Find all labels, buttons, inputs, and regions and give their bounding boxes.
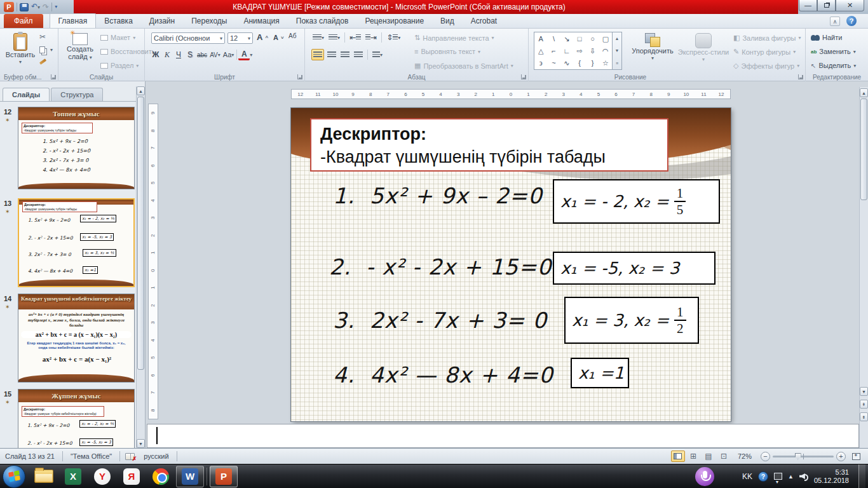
change-case-button[interactable]: Аа▾	[222, 49, 236, 60]
text-shadow-button[interactable]: S	[184, 49, 196, 60]
shapes-gallery-scrollbar[interactable]: ▲ ▼ ≡	[613, 32, 622, 70]
taskbar-explorer-button[interactable]	[30, 466, 58, 487]
main-scrollbar[interactable]: ▲ ▼ ⇞ ⇟	[859, 87, 868, 448]
scroll-up-icon[interactable]: ▲	[860, 88, 868, 97]
redo-button[interactable]: ↷	[43, 1, 49, 13]
section-button[interactable]: Раздел▾	[100, 62, 139, 69]
taskbar-powerpoint-button[interactable]: P	[210, 466, 238, 487]
scroll-down-icon[interactable]: ▼	[613, 44, 621, 57]
text-direction-button[interactable]: ⇅Направление текста▾	[414, 34, 494, 42]
panel-scrollbar-thumb[interactable]	[137, 97, 144, 370]
tab-transitions[interactable]: Переходы	[183, 14, 235, 28]
align-text-button[interactable]: ≡Выровнять текст▾	[414, 48, 480, 55]
tab-slideshow[interactable]: Показ слайдов	[288, 14, 357, 28]
theme-name[interactable]: "Тема Office"	[68, 452, 114, 460]
font-dialog-launcher[interactable]	[297, 74, 302, 79]
show-desktop-button[interactable]	[858, 464, 865, 488]
taskbar-chrome-button[interactable]	[147, 466, 175, 487]
grow-font-button[interactable]: A˄	[257, 32, 268, 42]
numbering-button[interactable]: ▾	[327, 32, 341, 43]
tab-view[interactable]: Вид	[432, 14, 463, 28]
tab-review[interactable]: Рецензирование	[356, 14, 432, 28]
zoom-slider[interactable]	[773, 456, 834, 458]
descriptor-textbox[interactable]: Дескриптор: -Квадрат үшмүшенің түбірін т…	[310, 118, 668, 172]
equation-3[interactable]: 3. 2x² - 7x + 3= 0	[333, 308, 547, 333]
clock[interactable]: 5:31 05.12.2018	[814, 468, 849, 485]
notes-pane[interactable]	[147, 424, 859, 448]
cut-button[interactable]: ✂	[39, 32, 46, 41]
paragraph-dialog-launcher[interactable]	[521, 74, 526, 79]
strikethrough-button[interactable]: abc	[196, 49, 208, 60]
zoom-level[interactable]: 72%	[735, 452, 754, 460]
arrange-button[interactable]: Упорядочить▾	[629, 30, 676, 62]
paste-button[interactable]: Вставить▾	[5, 30, 36, 66]
customize-qat-button[interactable]: ▾	[55, 1, 57, 13]
line-spacing-button[interactable]: ⇕▾	[385, 32, 402, 43]
underline-button[interactable]: Ч	[173, 49, 184, 60]
zoom-slider-handle[interactable]	[795, 453, 801, 460]
character-spacing-button[interactable]: AV▾	[208, 49, 222, 60]
tray-window-icon[interactable]	[774, 473, 782, 480]
layout-button[interactable]: Макет▾	[100, 34, 135, 41]
font-size-combobox[interactable]: 12▾	[227, 32, 253, 44]
font-color-dropdown[interactable]: ▾	[250, 52, 252, 58]
panel-scrollbar[interactable]: ▲ ▼	[136, 86, 145, 448]
justify-button[interactable]	[353, 49, 364, 60]
language-switcher[interactable]: KK	[742, 472, 752, 481]
font-name-combobox[interactable]: Calibri (Основнои▾	[151, 32, 225, 44]
tab-slides-thumbnails[interactable]: Слайды	[3, 88, 50, 101]
scroll-down-icon[interactable]: ▼	[860, 387, 868, 396]
shapes-gallery[interactable]: A\↘□○▢△⌐∟⇨⇩◠϶~∿{}☆	[534, 32, 613, 70]
format-painter-button[interactable]	[39, 60, 46, 63]
align-right-button[interactable]	[339, 49, 351, 60]
font-color-button[interactable]: А	[238, 49, 250, 60]
slide-canvas[interactable]: Дескриптор: -Квадрат үшмүшенің түбірін т…	[291, 108, 731, 421]
next-slide-icon[interactable]: ⇟	[860, 412, 868, 421]
save-button[interactable]	[20, 3, 29, 11]
scroll-up-icon[interactable]: ▲	[137, 86, 145, 95]
restore-button[interactable]	[817, 0, 836, 11]
answer-box-2[interactable]: x₁ = -5, x₂ = 3	[553, 252, 715, 285]
columns-button[interactable]: ▾	[371, 49, 384, 60]
drawing-dialog-launcher[interactable]	[798, 74, 803, 79]
italic-button[interactable]: К	[161, 49, 173, 60]
minimize-ribbon-button[interactable]: ∧	[830, 17, 840, 26]
quick-styles-button[interactable]: Экспресс-стили▾	[677, 30, 729, 64]
more-shapes-icon[interactable]: ≡	[613, 57, 621, 69]
tab-insert[interactable]: Вставка	[96, 14, 141, 28]
answer-box-1[interactable]: x₁ = - 2, x₂ = 1 5	[553, 179, 720, 224]
answer-box-4[interactable]: x₁ =1	[571, 358, 629, 388]
equation-4[interactable]: 4. 4x² — 8x + 4=0	[333, 362, 553, 388]
taskbar-excel-button[interactable]: X	[59, 466, 87, 487]
taskbar-word-button[interactable]: W	[176, 466, 204, 487]
tab-acrobat[interactable]: Acrobat	[463, 14, 505, 28]
language-indicator[interactable]: русский	[141, 452, 171, 460]
clear-formatting-button[interactable]: Аб	[288, 32, 296, 39]
zoom-in-button[interactable]: +	[836, 452, 846, 461]
new-slide-button[interactable]: Создать слайд ▾	[64, 30, 97, 62]
tab-outline[interactable]: Структура	[51, 88, 103, 101]
slide-thumbnail-12[interactable]: Топпен жұмыс Дескриптор:-Квадрат үшмүшен…	[18, 107, 135, 189]
convert-smartart-button[interactable]: ▦Преобразовать в SmartArt▾	[414, 62, 513, 70]
shape-fill-button[interactable]: ◧Заливка фигуры▾	[733, 34, 801, 42]
equation-2[interactable]: 2. - x² - 2x + 15=0	[329, 254, 552, 280]
bold-button[interactable]: Ж	[150, 49, 161, 60]
scroll-down-icon[interactable]: ▼	[137, 439, 145, 448]
slide-sorter-button[interactable]: ⊞	[686, 451, 700, 462]
slideshow-button[interactable]: ⊡	[717, 451, 731, 462]
decrease-indent-button[interactable]: ⇤	[348, 32, 362, 43]
show-hidden-icons[interactable]: ▲	[788, 473, 794, 480]
slide-thumbnail-15[interactable]: Жұппен жұмыс Дескриптор:-Квадрат үшмүше …	[18, 389, 135, 448]
clipboard-dialog-launcher[interactable]	[51, 74, 56, 79]
slide-thumbnail-14[interactable]: Квадрат үшмүшені көбейткіштерге жіктеу a…	[18, 294, 135, 383]
tray-help-icon[interactable]: ?	[758, 471, 768, 482]
align-left-button[interactable]	[311, 49, 324, 60]
zoom-out-button[interactable]: −	[761, 452, 770, 461]
find-button[interactable]: Найти	[811, 34, 842, 41]
tab-animations[interactable]: Анимация	[235, 14, 287, 28]
microphone-icon[interactable]	[695, 467, 714, 486]
help-icon[interactable]: ?	[846, 16, 857, 26]
fit-to-window-button[interactable]	[849, 451, 863, 462]
taskbar-yandex-browser-button[interactable]: Y	[88, 466, 116, 487]
scroll-up-icon[interactable]: ▲	[613, 32, 621, 44]
